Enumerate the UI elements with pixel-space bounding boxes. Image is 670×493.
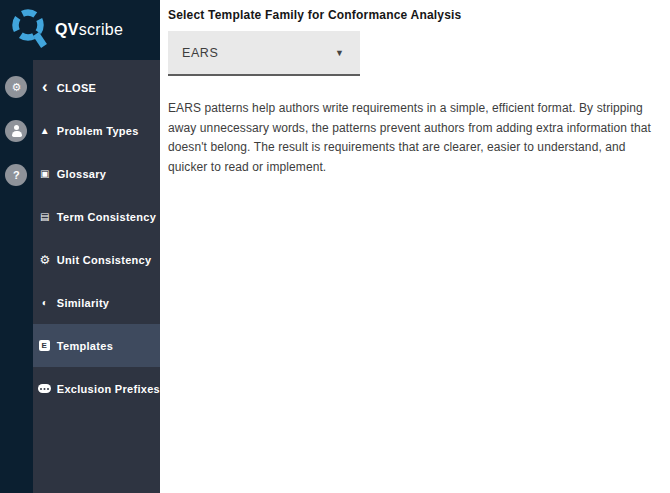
- template-description: EARS patterns help authors write require…: [168, 99, 665, 177]
- settings-button[interactable]: ⚙: [5, 76, 27, 98]
- sidebar-item-similarity[interactable]: ◐ Similarity: [33, 281, 160, 324]
- sidebar-item-label: Similarity: [57, 297, 110, 309]
- book-icon: ▤: [38, 212, 52, 222]
- contrast-circle-icon: ◐: [38, 298, 52, 308]
- icon-rail: ⚙ ?: [0, 60, 33, 493]
- gear-icon: ⚙: [38, 254, 52, 266]
- sidebar-item-label: Templates: [57, 340, 113, 352]
- page-title: Select Template Family for Conformance A…: [168, 8, 670, 22]
- app-window: QVscribe ⚙ ? ‹ CLOSE ▲: [0, 0, 670, 493]
- sidebar-item-exclusion-prefixes[interactable]: Exclusion Prefixes: [33, 367, 160, 410]
- sidebar-item-term-consistency[interactable]: ▤ Term Consistency: [33, 195, 160, 238]
- template-family-select[interactable]: EARS ▼: [168, 31, 360, 76]
- sidebar-item-glossary[interactable]: ▣ Glossary: [33, 152, 160, 195]
- sidebar-item-label: CLOSE: [57, 82, 96, 94]
- user-icon: [10, 125, 22, 137]
- chevron-left-icon: ‹: [38, 78, 52, 95]
- sidebar-body: ⚙ ? ‹ CLOSE ▲ Problem Types: [0, 60, 160, 493]
- chevron-down-icon: ▼: [335, 48, 344, 58]
- template-letter: E: [42, 342, 47, 350]
- user-profile-button[interactable]: [5, 120, 27, 142]
- brand-rest: scribe: [79, 21, 123, 38]
- sidebar-item-label: Problem Types: [57, 125, 139, 137]
- sidebar-item-label: Exclusion Prefixes: [57, 383, 160, 395]
- qvscribe-logo-icon: [9, 7, 51, 53]
- sidebar-item-templates[interactable]: E Templates: [33, 324, 160, 367]
- sidebar-item-label: Glossary: [57, 168, 106, 180]
- sidebar-item-label: Term Consistency: [57, 211, 156, 223]
- sidebar-menu: ‹ CLOSE ▲ Problem Types ▣ Glossary ▤ Ter…: [33, 60, 160, 493]
- question-mark-icon: ?: [13, 170, 20, 181]
- ellipsis-pill-icon: [38, 384, 51, 393]
- warning-triangle-icon: ▲: [38, 126, 52, 136]
- sidebar-item-unit-consistency[interactable]: ⚙ Unit Consistency: [33, 238, 160, 281]
- main-content: Select Template Family for Conformance A…: [160, 0, 670, 493]
- brand-name: QVscribe: [55, 21, 123, 39]
- brand-bold: QV: [55, 21, 79, 38]
- sidebar: QVscribe ⚙ ? ‹ CLOSE ▲: [0, 0, 160, 493]
- sidebar-item-close[interactable]: ‹ CLOSE: [33, 66, 160, 109]
- gear-icon: ⚙: [11, 82, 21, 93]
- select-value: EARS: [182, 46, 218, 60]
- help-button[interactable]: ?: [5, 164, 27, 186]
- brand-header: QVscribe: [0, 0, 160, 60]
- template-box-icon: E: [39, 340, 50, 351]
- sidebar-item-problem-types[interactable]: ▲ Problem Types: [33, 109, 160, 152]
- glossary-page-icon: ▣: [38, 169, 52, 179]
- sidebar-item-label: Unit Consistency: [57, 254, 152, 266]
